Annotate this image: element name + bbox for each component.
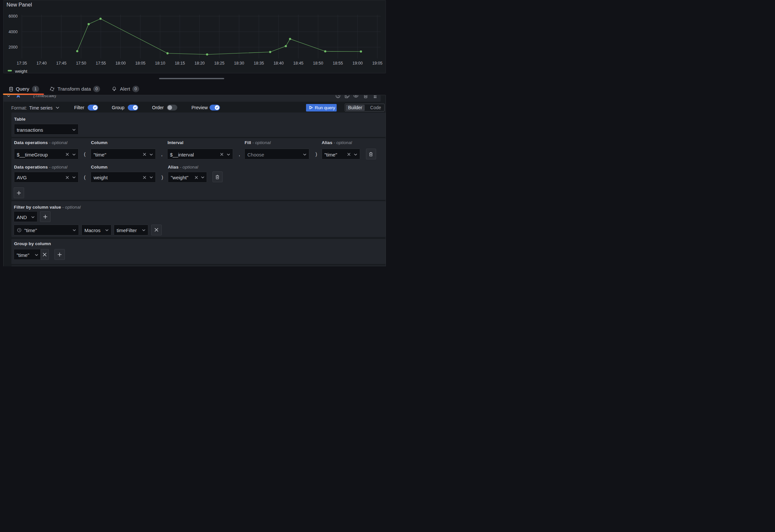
svg-text:18:55: 18:55 — [333, 61, 343, 65]
svg-text:19:00: 19:00 — [352, 61, 363, 65]
svg-text:4000: 4000 — [8, 30, 18, 34]
svg-text:18:50: 18:50 — [313, 61, 323, 65]
svg-text:18:40: 18:40 — [273, 61, 283, 65]
svg-text:2000: 2000 — [8, 45, 18, 50]
svg-text:18:30: 18:30 — [234, 61, 244, 65]
svg-text:weight: weight — [15, 69, 27, 74]
svg-text:6000: 6000 — [8, 14, 18, 19]
svg-text:18:15: 18:15 — [175, 61, 185, 65]
svg-text:18:00: 18:00 — [115, 61, 125, 65]
svg-text:17:50: 17:50 — [76, 61, 86, 65]
svg-text:17:35: 17:35 — [17, 61, 27, 65]
svg-text:17:55: 17:55 — [96, 61, 106, 65]
svg-text:19:05: 19:05 — [372, 61, 382, 65]
svg-text:18:20: 18:20 — [194, 61, 205, 65]
svg-text:18:35: 18:35 — [254, 61, 264, 65]
svg-text:18:45: 18:45 — [293, 61, 303, 65]
svg-text:18:25: 18:25 — [214, 61, 224, 65]
svg-text:17:45: 17:45 — [56, 61, 66, 65]
svg-text:18:10: 18:10 — [155, 61, 165, 65]
svg-text:18:05: 18:05 — [135, 61, 145, 65]
svg-text:17:40: 17:40 — [36, 61, 47, 65]
